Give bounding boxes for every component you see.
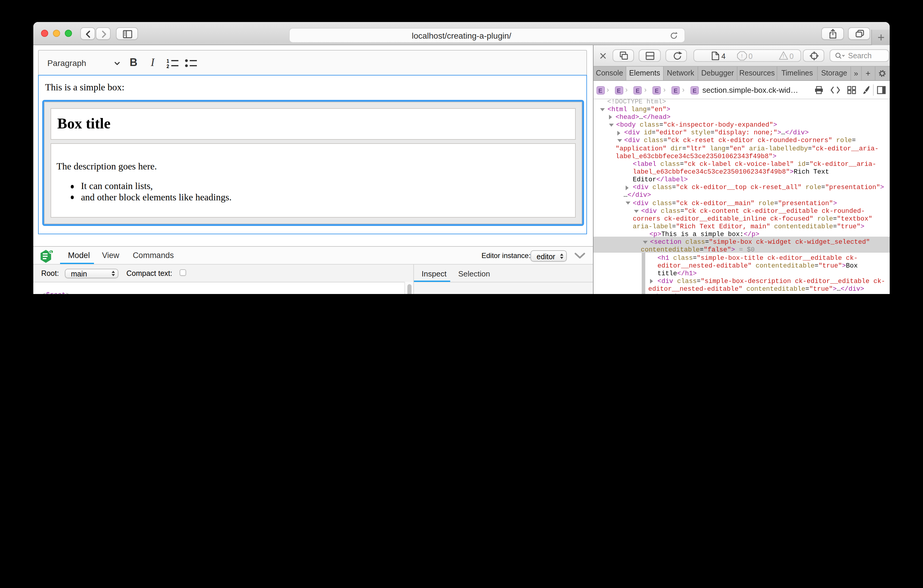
svg-text:!: ! bbox=[783, 53, 784, 59]
svg-text:!: ! bbox=[741, 53, 743, 59]
svg-text:1: 1 bbox=[166, 59, 169, 64]
svg-text:0: 0 bbox=[790, 52, 794, 60]
svg-text:4: 4 bbox=[721, 52, 726, 60]
svg-text:2: 2 bbox=[166, 64, 169, 68]
svg-text:0: 0 bbox=[749, 52, 752, 60]
